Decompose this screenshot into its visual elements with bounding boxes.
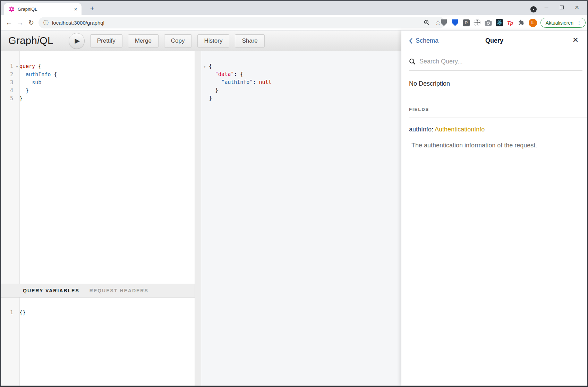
browser-tab[interactable]: GraphiQL × (4, 3, 82, 15)
type-description: No Description (409, 80, 587, 87)
history-button[interactable]: History (197, 34, 230, 48)
address-bar[interactable]: ⓘ ☆ (39, 17, 445, 28)
site-info-icon[interactable]: ⓘ (43, 19, 49, 26)
browser-menu-icon[interactable]: ⋮ (577, 20, 582, 26)
code-line: 3 sub (1, 79, 195, 87)
tab-request-headers[interactable]: REQUEST HEADERS (90, 288, 148, 293)
doc-explorer-header: Schema Query × (401, 31, 587, 51)
ublock-extension-icon[interactable] (440, 19, 448, 27)
line-number: 1 (1, 309, 15, 317)
share-button[interactable]: Share (235, 34, 264, 48)
query-variables-editor[interactable]: 1{} (1, 298, 195, 386)
reload-icon[interactable]: ↻ (26, 15, 36, 31)
fields-divider (409, 118, 587, 118)
forward-icon[interactable]: → (15, 15, 25, 31)
result-viewer: ▾{ "data": { "authInfo": null }} (201, 51, 401, 386)
p-extension-icon[interactable]: P (462, 19, 470, 27)
code-line: 2 authInfo { (1, 71, 195, 79)
fold-arrow-icon[interactable]: ▾ (15, 63, 19, 71)
code-line: 1{} (1, 309, 195, 317)
zoom-icon[interactable] (424, 19, 430, 26)
doc-body: No Description FIELDS authInfo: Authenti… (401, 71, 587, 386)
extensions-row: P (440, 15, 586, 31)
graphiql-logo: GraphiQL (8, 35, 53, 46)
query-editor[interactable]: 1▾query {2 authInfo {3 sub4 }5} (1, 51, 195, 284)
tab-query-variables[interactable]: QUERY VARIABLES (23, 288, 79, 293)
update-button-label: Aktualisieren (546, 20, 573, 26)
tab-close-icon[interactable]: × (73, 6, 78, 12)
copy-button[interactable]: Copy (164, 34, 192, 48)
doc-explorer: Schema Query × No Description FIELDS aut… (401, 31, 587, 386)
doc-search-input[interactable] (419, 58, 558, 65)
code-line: 4 } (1, 87, 195, 95)
search-icon (409, 58, 416, 65)
code-line: 1▾query { (1, 62, 195, 71)
browser-update-button[interactable]: Aktualisieren ⋮ (540, 18, 586, 28)
field-name-link[interactable]: authInfo (409, 126, 432, 133)
tab-title: GraphiQL (18, 7, 73, 12)
url-input[interactable] (52, 20, 424, 26)
tp-extension-icon[interactable]: Tp (506, 19, 514, 27)
field-type-link[interactable]: AuthenticationInfo (435, 126, 485, 133)
doc-close-icon[interactable]: × (573, 35, 578, 45)
chrome-status-badge-icon[interactable]: ▾ (530, 6, 537, 12)
play-icon: ▶ (75, 37, 80, 45)
browser-window: GraphiQL × + ▾ ─ × ← → ↻ ⓘ ☆ (0, 0, 588, 387)
line-number: 2 (1, 71, 15, 79)
graphql-favicon (9, 6, 15, 12)
graphiql-toolbar: GraphiQL ▶ Prettify Merge Copy History S… (1, 31, 401, 51)
line-number: 1 (1, 62, 15, 70)
maximize-button[interactable] (554, 5, 569, 10)
move-tool-extension-icon[interactable] (474, 19, 481, 27)
tab-strip: GraphiQL × + ▾ ─ × (1, 1, 587, 15)
code-line: } (208, 94, 401, 102)
code-line: 5} (1, 95, 195, 103)
code-line: "authInfo": null (208, 78, 401, 86)
code-line: ▾{ (208, 62, 401, 70)
prettify-button[interactable]: Prettify (90, 34, 122, 48)
variables-tab-bar: QUERY VARIABLES REQUEST HEADERS (1, 284, 195, 298)
back-icon[interactable]: ← (4, 15, 14, 31)
doc-search-row (409, 51, 582, 71)
window-close-button[interactable]: × (569, 3, 585, 11)
fields-heading: FIELDS (409, 107, 587, 112)
field-description: The authentication information of the re… (411, 142, 587, 149)
bitwarden-extension-icon[interactable] (451, 19, 459, 27)
minimize-button[interactable]: ─ (539, 5, 554, 10)
extensions-puzzle-icon[interactable] (518, 19, 525, 27)
code-line: } (208, 86, 401, 94)
doc-title: Query (401, 37, 587, 44)
browser-navbar: ← → ↻ ⓘ ☆ P (1, 15, 587, 31)
field-separator: : (432, 126, 433, 133)
fold-arrow-icon[interactable]: ▾ (204, 63, 206, 71)
screenshot-camera-extension-icon[interactable] (485, 19, 492, 27)
pane-resize-handle[interactable] (195, 51, 201, 386)
code-line: "data": { (208, 70, 401, 78)
window-controls: ─ × (539, 2, 585, 13)
new-tab-button[interactable]: + (88, 4, 97, 13)
field-row: authInfo: AuthenticationInfo (409, 126, 587, 133)
react-devtools-extension-icon[interactable] (496, 19, 503, 26)
merge-button[interactable]: Merge (128, 34, 159, 48)
line-number: 5 (1, 95, 15, 103)
line-number: 3 (1, 79, 15, 87)
line-number: 4 (1, 87, 15, 95)
profile-avatar[interactable]: L (529, 19, 537, 27)
execute-query-button[interactable]: ▶ (69, 33, 85, 49)
